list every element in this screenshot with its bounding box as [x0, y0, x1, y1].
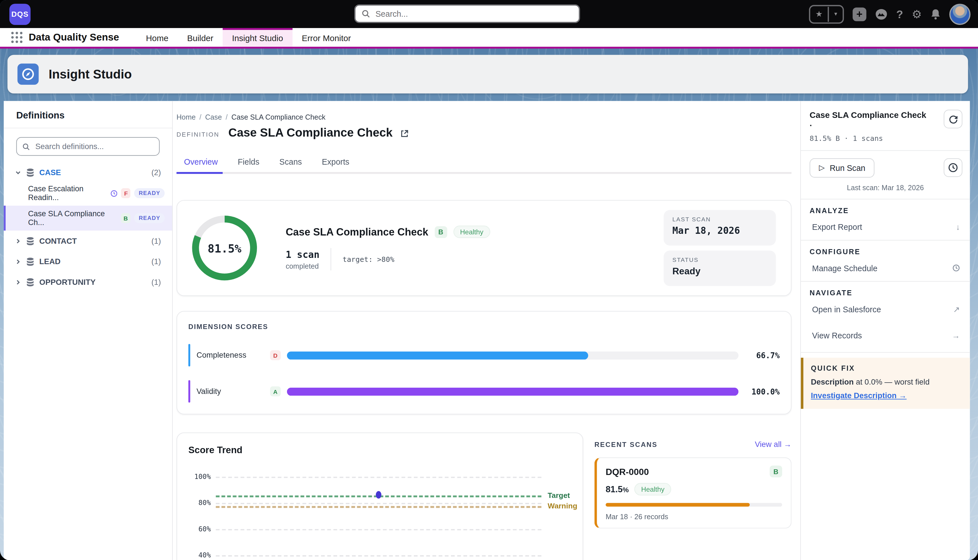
app-launcher-waffle-icon[interactable] — [11, 32, 23, 43]
favorites-caret-icon[interactable]: ▼ — [829, 11, 843, 17]
chevron-right-icon — [15, 238, 21, 244]
warning-line-label: Warning — [548, 502, 577, 511]
status-label: STATUS — [672, 256, 767, 263]
sidebar-group-contact[interactable]: CONTACT (1) — [4, 233, 172, 249]
definition-label: Case SLA Compliance Ch... — [28, 210, 117, 227]
group-count: (1) — [152, 257, 161, 266]
search-icon — [22, 142, 30, 150]
accent-bar — [188, 380, 190, 402]
dimension-value: 100.0% — [745, 387, 780, 396]
dimension-scores-title: DIMENSION SCORES — [188, 323, 780, 330]
quick-fix-callout: QUICK FIX Description at 0.0% — worst fi… — [801, 358, 970, 409]
tab-scans[interactable]: Scans — [272, 153, 309, 172]
last-scan-box: LAST SCAN Mar 18, 2026 — [664, 210, 776, 245]
dimension-scores-card: DIMENSION SCORES Completeness D 66.7% Va… — [176, 311, 791, 414]
sidebar-group-lead[interactable]: LEAD (1) — [4, 253, 172, 270]
setup-gear-icon[interactable]: ⚙ — [912, 8, 922, 20]
gridline — [216, 477, 542, 478]
navigate-section: NAVIGATE Open in Salesforce ↗ View Recor… — [801, 282, 970, 348]
divider — [801, 352, 970, 353]
definitions-search-input[interactable] — [34, 142, 154, 151]
database-icon — [26, 168, 34, 177]
y-axis-tick: 80% — [199, 499, 211, 507]
trend-plot: 100%80%60%40%20%TargetWarning — [216, 469, 542, 560]
add-icon[interactable]: + — [853, 7, 866, 21]
definition-label: Case Escalation Readin... — [28, 185, 107, 202]
run-scan-button[interactable]: ▷ Run Scan — [809, 158, 874, 177]
navigate-header: NAVIGATE — [809, 289, 961, 297]
tab-fields[interactable]: Fields — [230, 153, 267, 172]
arrow-up-right-icon: ↗ — [953, 305, 960, 314]
refresh-button[interactable] — [944, 110, 962, 128]
score-trend-card: Score Trend 100%80%60%40%20%TargetWarnin… — [176, 432, 583, 560]
favorites-button[interactable]: ★ ▼ — [809, 5, 844, 23]
recent-scans-panel: RECENT SCANS View all → DQR-0000 B 81.5%… — [595, 432, 792, 560]
schedule-clock-button[interactable] — [944, 158, 962, 177]
sidebar-group-opportunity[interactable]: OPPORTUNITY (1) — [4, 274, 172, 290]
run-scan-row: ▷ Run Scan — [801, 151, 970, 178]
view-all-link[interactable]: View all → — [755, 440, 791, 448]
gridline — [216, 555, 542, 557]
favorites-star-icon[interactable]: ★ — [810, 7, 829, 22]
nav-tab-insight-studio[interactable]: Insight Studio — [223, 28, 293, 47]
dimension-row-completeness: Completeness D 66.7% — [188, 344, 780, 367]
status-badge: READY — [134, 188, 165, 198]
dqs-logo[interactable]: DQS — [9, 3, 31, 25]
grade-badge: A — [270, 386, 281, 396]
global-search[interactable] — [354, 4, 580, 23]
external-link-icon[interactable] — [400, 130, 408, 138]
tab-overview[interactable]: Overview — [176, 153, 225, 172]
configure-header: CONFIGURE — [809, 248, 961, 255]
arrow-right-icon: → — [952, 331, 960, 340]
view-records-item[interactable]: View Records → — [809, 323, 961, 346]
panel-title: Case SLA Compliance Check · — [809, 110, 928, 131]
trend-data-point[interactable] — [376, 491, 381, 498]
summary-info: Case SLA Compliance Check B Healthy 1 sc… — [286, 226, 490, 270]
export-report-item[interactable]: Export Report ↓ — [809, 214, 961, 237]
definition-item-case-sla[interactable]: Case SLA Compliance Ch... B READY — [4, 206, 172, 231]
scan-count-sub: completed — [286, 262, 319, 270]
play-icon: ▷ — [819, 163, 824, 172]
global-search-input[interactable] — [374, 8, 572, 19]
notifications-bell-icon[interactable] — [931, 8, 941, 20]
open-in-salesforce-item[interactable]: Open in Salesforce ↗ — [809, 297, 961, 323]
manage-schedule-item[interactable]: Manage Schedule — [809, 255, 961, 278]
summary-title: Case SLA Compliance Check — [286, 226, 428, 238]
investigate-link[interactable]: Investigate Description → — [811, 391, 907, 400]
definition-title: Case SLA Compliance Check — [228, 126, 393, 139]
group-count: (1) — [152, 278, 161, 287]
chevron-down-icon — [15, 170, 21, 176]
score-trend-title: Score Trend — [188, 444, 571, 455]
recent-scan-card[interactable]: DQR-0000 B 81.5% Healthy Mar 18 · 26 rec… — [595, 457, 792, 528]
breadcrumb-case[interactable]: Case — [205, 113, 222, 121]
group-label: LEAD — [39, 257, 61, 266]
dimension-label: Completeness — [197, 351, 264, 360]
database-icon — [26, 257, 34, 266]
definitions-sidebar: Definitions CASE (2) Case Escalation Rea… — [4, 101, 173, 560]
sidebar-group-case[interactable]: CASE (2) — [4, 165, 172, 181]
compass-icon — [18, 63, 39, 85]
user-avatar[interactable] — [950, 3, 971, 25]
database-icon — [26, 237, 34, 246]
page-header-card: Insight Studio — [7, 55, 968, 93]
scan-score: 81.5 — [605, 484, 623, 494]
scan-id: DQR-0000 — [605, 467, 649, 477]
definition-item-case-escalation[interactable]: Case Escalation Readin... F READY — [4, 181, 172, 206]
health-badge: Healthy — [634, 483, 671, 495]
nav-tab-home[interactable]: Home — [136, 28, 177, 47]
progress-track — [287, 387, 739, 396]
grade-badge: D — [270, 350, 281, 360]
nav-tab-builder[interactable]: Builder — [178, 28, 223, 47]
nav-tab-error-monitor[interactable]: Error Monitor — [293, 28, 360, 47]
breadcrumb-home[interactable]: Home — [176, 113, 196, 121]
help-icon[interactable]: ? — [896, 8, 903, 20]
quick-fix-header: QUICK FIX — [811, 365, 961, 372]
definitions-search[interactable] — [16, 137, 160, 156]
detail-column: Home/Case/Case SLA Compliance Check DEFI… — [173, 101, 800, 560]
bottom-row: Score Trend 100%80%60%40%20%TargetWarnin… — [176, 432, 791, 560]
dimension-label: Validity — [197, 387, 264, 396]
chevron-right-icon — [15, 259, 21, 265]
trailhead-icon[interactable] — [875, 8, 888, 20]
tab-exports[interactable]: Exports — [314, 153, 357, 172]
breadcrumb-current: Case SLA Compliance Check — [231, 113, 326, 121]
